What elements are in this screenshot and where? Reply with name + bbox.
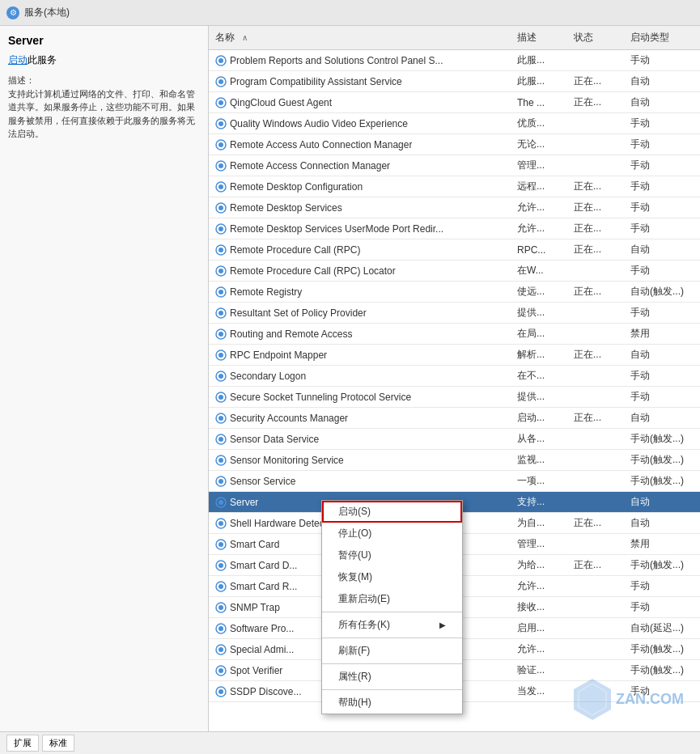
table-row[interactable]: RPC Endpoint Mapper解析...正在...自动 — [209, 345, 700, 366]
service-start-cell: 禁用 — [626, 325, 698, 342]
header-start-type[interactable]: 启动类型 — [626, 29, 698, 46]
service-status-cell: 正在... — [569, 557, 626, 574]
svg-point-51 — [218, 584, 223, 589]
service-start-cell: 手动 — [626, 578, 698, 595]
service-name-cell: Remote Desktop Configuration — [210, 180, 512, 194]
service-icon — [215, 307, 227, 319]
svg-point-13 — [218, 184, 223, 189]
service-start-cell: 禁用 — [626, 536, 698, 553]
service-start-cell: 手动 — [626, 178, 698, 195]
bottom-tab[interactable]: 标准 — [42, 735, 74, 752]
service-start-cell: 手动 — [626, 220, 698, 237]
table-row[interactable]: Sensor Data Service从各...手动(触发...) — [209, 429, 700, 450]
service-start-cell: 自动(触发...) — [626, 283, 698, 300]
context-menu-item-properties[interactable]: 属性(R) — [322, 666, 462, 688]
service-status-cell: 正在... — [569, 178, 626, 195]
svg-point-21 — [218, 269, 223, 273]
service-start-cell: 手动 — [626, 599, 698, 616]
header-name[interactable]: 名称 ∧ — [210, 29, 512, 46]
title-bar-text: 服务(本地) — [24, 6, 70, 19]
svg-point-23 — [218, 290, 223, 294]
service-icon — [215, 181, 227, 193]
context-menu-item-help[interactable]: 帮助(H) — [322, 692, 462, 714]
table-row[interactable]: Remote Desktop Configuration远程...正在...手动 — [209, 176, 700, 197]
svg-point-41 — [218, 479, 223, 484]
service-name-cell: Quality Windows Audio Video Experience — [210, 116, 512, 131]
service-icon — [215, 476, 227, 487]
context-menu-item-refresh[interactable]: 刷新(F) — [322, 640, 462, 662]
table-row[interactable]: Sensor Monitoring Service监视...手动(触发...) — [209, 450, 700, 471]
service-name-text: Software Pro... — [230, 623, 294, 634]
service-desc-cell: 提供... — [512, 304, 569, 321]
context-menu-item-start[interactable]: 启动(S) — [322, 501, 462, 523]
service-status-cell: 正在... — [569, 346, 626, 363]
service-name-text: Sensor Data Service — [230, 434, 319, 445]
service-name-cell: Program Compatibility Assistant Service — [210, 74, 512, 89]
service-start-cell: 手动(触发...) — [626, 451, 698, 468]
service-desc-cell: 启用... — [512, 620, 569, 637]
table-row[interactable]: Sensor Service一项...手动(触发...) — [209, 471, 700, 492]
table-row[interactable]: Remote Desktop Services允许...正在...手动 — [209, 197, 700, 218]
service-name-text: Routing and Remote Access — [230, 328, 352, 340]
service-icon — [215, 623, 227, 634]
left-panel: Server 启动此服务 描述： 支持此计算机通过网络的文件、打印、和命名管道共… — [0, 26, 209, 731]
table-row[interactable]: Remote Desktop Services UserMode Port Re… — [209, 218, 700, 239]
table-row[interactable]: QingCloud Guest AgentThe ...正在...自动 — [209, 92, 700, 113]
service-name-text: Smart Card R... — [230, 581, 297, 592]
table-row[interactable]: Remote Access Auto Connection Manager无论.… — [209, 134, 700, 155]
context-menu-item-stop[interactable]: 停止(O) — [322, 523, 462, 544]
service-name-cell: Remote Access Auto Connection Manager — [210, 138, 512, 152]
table-row[interactable]: Secure Socket Tunneling Protocol Service… — [209, 387, 700, 408]
svg-point-5 — [218, 100, 223, 105]
header-desc[interactable]: 描述 — [512, 29, 569, 46]
service-name-cell: Sensor Data Service — [210, 432, 512, 447]
service-name-cell: Secondary Logon — [210, 369, 512, 383]
service-start-cell: 手动 — [626, 157, 698, 174]
service-icon — [215, 244, 227, 256]
service-status-cell: 正在... — [569, 409, 626, 426]
service-desc-cell: 接收... — [512, 599, 569, 616]
table-row[interactable]: Security Accounts Manager启动...正在...自动 — [209, 408, 700, 429]
table-row[interactable]: Quality Windows Audio Video Experience优质… — [209, 113, 700, 134]
context-menu-item-all-tasks[interactable]: 所有任务(K)▶ — [322, 614, 462, 636]
table-row[interactable]: Problem Reports and Solutions Control Pa… — [209, 50, 700, 71]
service-start-cell: 手动(触发...) — [626, 641, 698, 658]
service-name-cell: Resultant Set of Policy Provider — [210, 306, 512, 320]
title-bar: ⚙ 服务(本地) — [0, 0, 700, 26]
service-name-text: Remote Access Connection Manager — [230, 160, 390, 172]
table-row[interactable]: Remote Registry使远...正在...自动(触发...) — [209, 282, 700, 303]
service-status-cell — [569, 501, 626, 504]
header-status[interactable]: 状态 — [569, 29, 626, 46]
context-menu-item-resume[interactable]: 恢复(M) — [322, 566, 462, 588]
service-desc-cell: 此服... — [512, 52, 569, 69]
table-row[interactable]: Resultant Set of Policy Provider提供...手动 — [209, 303, 700, 324]
service-desc-cell: 支持... — [512, 493, 569, 510]
table-row[interactable]: Remote Access Connection Manager管理...手动 — [209, 155, 700, 176]
service-name-cell: QingCloud Guest Agent — [210, 95, 512, 110]
service-status-cell — [569, 648, 626, 651]
bottom-tab[interactable]: 扩展 — [6, 735, 39, 752]
context-menu-item-restart[interactable]: 重新启动(E) — [322, 588, 462, 610]
table-row[interactable]: Secondary Logon在不...手动 — [209, 366, 700, 387]
svg-point-37 — [218, 437, 223, 442]
table-row[interactable]: Remote Procedure Call (RPC) Locator在W...… — [209, 261, 700, 282]
context-menu-item-label: 帮助(H) — [338, 696, 371, 710]
context-menu-item-label: 停止(O) — [338, 527, 371, 540]
service-icon — [215, 139, 227, 150]
service-desc-cell: 允许... — [512, 641, 569, 658]
table-row[interactable]: Routing and Remote Access在局...禁用 — [209, 324, 700, 345]
context-menu-item-label: 暂停(U) — [338, 549, 371, 562]
context-menu-item-pause[interactable]: 暂停(U) — [322, 544, 462, 566]
table-row[interactable]: Remote Procedure Call (RPC)RPC...正在...自动 — [209, 239, 700, 261]
service-start-cell: 手动 — [626, 136, 698, 153]
service-name-text: SSDP Discove... — [230, 686, 301, 697]
start-service-link[interactable]: 启动 — [8, 54, 28, 66]
service-status-cell: 正在... — [569, 73, 626, 90]
service-desc-cell: 远程... — [512, 178, 569, 195]
service-status-cell: 正在... — [569, 283, 626, 300]
server-title: Server — [8, 34, 200, 47]
table-row[interactable]: Program Compatibility Assistant Service此… — [209, 71, 700, 92]
link-suffix: 此服务 — [28, 54, 57, 66]
svg-point-47 — [218, 542, 223, 547]
service-start-cell: 自动 — [626, 515, 698, 532]
